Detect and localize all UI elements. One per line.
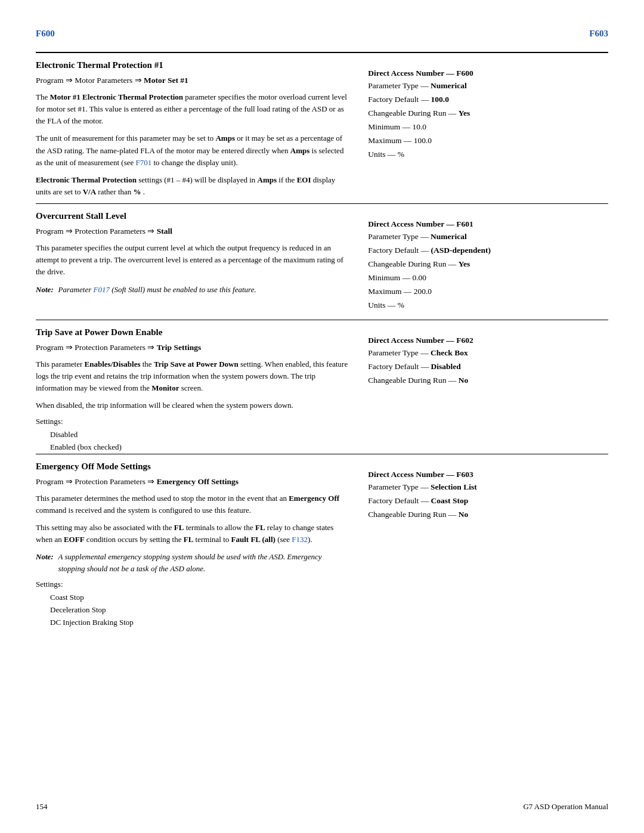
f601-note-content: Parameter F017 (Soft Stall) must be enab… bbox=[58, 284, 256, 296]
f600-program-path: Program ⇒ Motor Parameters ⇒ Motor Set #… bbox=[36, 75, 348, 85]
f600-body-3: Electronic Thermal Protection settings (… bbox=[36, 174, 348, 198]
header: F600 F603 bbox=[36, 29, 608, 41]
f603-setting-1: Coast Stop bbox=[50, 592, 348, 604]
f602-changeable: Changeable During Run — No bbox=[368, 374, 608, 388]
f601-note-label: Note: bbox=[36, 284, 54, 296]
f601-program-path: Program ⇒ Protection Parameters ⇒ Stall bbox=[36, 226, 348, 236]
f602-type: Parameter Type — Check Box bbox=[368, 346, 608, 360]
f603-setting-3: DC Injection Braking Stop bbox=[50, 617, 348, 629]
f603-right: Direct Access Number — F603 Parameter Ty… bbox=[362, 462, 608, 629]
f602-setting-2: Enabled (box checked) bbox=[50, 441, 348, 454]
f603-type: Parameter Type — Selection List bbox=[368, 481, 608, 494]
f603-settings-list: Coast Stop Deceleration Stop DC Injectio… bbox=[36, 592, 348, 628]
page: F600 F603 Electronic Thermal Protection … bbox=[0, 0, 644, 833]
f600-body-1: The Motor #1 Electronic Thermal Protecti… bbox=[36, 91, 348, 127]
f601-maximum: Maximum — 200.0 bbox=[368, 285, 608, 299]
f602-body-2: When disabled, the trip information will… bbox=[36, 400, 348, 411]
section-f600: Electronic Thermal Protection #1 Program… bbox=[36, 52, 608, 203]
f602-right: Direct Access Number — F602 Parameter Ty… bbox=[362, 327, 608, 454]
f601-note: Note: Parameter F017 (Soft Stall) must b… bbox=[36, 284, 348, 296]
f603-factory: Factory Default — Coast Stop bbox=[368, 494, 608, 508]
f602-body-1: This parameter Enables/Disables the Trip… bbox=[36, 358, 348, 394]
section-f603: Emergency Off Mode Settings Program ⇒ Pr… bbox=[36, 454, 608, 629]
f603-program-path: Program ⇒ Protection Parameters ⇒ Emerge… bbox=[36, 476, 348, 487]
f602-param: Direct Access Number — F602 Parameter Ty… bbox=[368, 329, 608, 395]
footer-page-number: 154 bbox=[36, 802, 48, 812]
header-right: F603 bbox=[589, 29, 608, 39]
f603-setting-2: Deceleration Stop bbox=[50, 604, 348, 617]
f600-body-2: The unit of measurement for this paramet… bbox=[36, 132, 348, 168]
f603-left: Emergency Off Mode Settings Program ⇒ Pr… bbox=[36, 462, 362, 629]
f602-factory: Factory Default — Disabled bbox=[368, 360, 608, 374]
f601-title: Overcurrent Stall Level bbox=[36, 211, 348, 221]
f601-factory: Factory Default — (ASD-dependent) bbox=[368, 244, 608, 258]
f600-factory: Factory Default — 100.0 bbox=[368, 93, 608, 107]
f600-title: Electronic Thermal Protection #1 bbox=[36, 60, 348, 70]
f701-link[interactable]: F701 bbox=[136, 158, 152, 167]
f600-minimum: Minimum — 10.0 bbox=[368, 120, 608, 134]
footer-manual-title: G7 ASD Operation Manual bbox=[523, 802, 608, 812]
f603-note-label: Note: bbox=[36, 551, 54, 574]
f601-changeable: Changeable During Run — Yes bbox=[368, 258, 608, 271]
section-f601: Overcurrent Stall Level Program ⇒ Protec… bbox=[36, 203, 608, 320]
f603-body-2: This setting may also be associated with… bbox=[36, 522, 348, 546]
f600-direct-access: Direct Access Number — F600 bbox=[368, 69, 608, 78]
f601-body-1: This parameter specifies the output curr… bbox=[36, 242, 348, 278]
f601-direct-access: Direct Access Number — F601 bbox=[368, 219, 608, 229]
f603-direct-access: Direct Access Number — F603 bbox=[368, 470, 608, 479]
f601-left: Overcurrent Stall Level Program ⇒ Protec… bbox=[36, 211, 362, 320]
f601-right: Direct Access Number — F601 Parameter Ty… bbox=[362, 211, 608, 320]
f602-title: Trip Save at Power Down Enable bbox=[36, 327, 348, 337]
header-left: F600 bbox=[36, 29, 55, 39]
f601-param: Direct Access Number — F601 Parameter Ty… bbox=[368, 212, 608, 320]
f600-right: Direct Access Number — F600 Parameter Ty… bbox=[362, 60, 608, 203]
f603-changeable: Changeable During Run — No bbox=[368, 508, 608, 522]
section-f602: Trip Save at Power Down Enable Program ⇒… bbox=[36, 320, 608, 454]
f132-link[interactable]: F132 bbox=[292, 535, 308, 544]
f602-left: Trip Save at Power Down Enable Program ⇒… bbox=[36, 327, 362, 454]
f600-units: Units — % bbox=[368, 148, 608, 162]
f600-param: Direct Access Number — F600 Parameter Ty… bbox=[368, 61, 608, 169]
f601-units: Units — % bbox=[368, 299, 608, 312]
f602-setting-1: Disabled bbox=[50, 429, 348, 441]
f600-maximum: Maximum — 100.0 bbox=[368, 134, 608, 148]
f600-changeable: Changeable During Run — Yes bbox=[368, 107, 608, 120]
f603-note: Note: A supplemental emergency stopping … bbox=[36, 551, 348, 574]
f603-settings-label: Settings: bbox=[36, 580, 348, 589]
footer: 154 G7 ASD Operation Manual bbox=[36, 790, 608, 812]
f602-program-path: Program ⇒ Protection Parameters ⇒ Trip S… bbox=[36, 342, 348, 352]
f603-param: Direct Access Number — F603 Parameter Ty… bbox=[368, 463, 608, 529]
f601-minimum: Minimum — 0.00 bbox=[368, 271, 608, 285]
f603-body-1: This parameter determines the method use… bbox=[36, 493, 348, 516]
f600-type: Parameter Type — Numerical bbox=[368, 79, 608, 93]
f603-title: Emergency Off Mode Settings bbox=[36, 462, 348, 472]
f602-settings-label: Settings: bbox=[36, 417, 348, 426]
f603-note-content: A supplemental emergency stopping system… bbox=[58, 551, 348, 574]
f017-link[interactable]: F017 bbox=[93, 285, 109, 294]
f602-settings-list: Disabled Enabled (box checked) bbox=[36, 429, 348, 454]
f602-direct-access: Direct Access Number — F602 bbox=[368, 336, 608, 345]
f600-left: Electronic Thermal Protection #1 Program… bbox=[36, 60, 362, 203]
f601-type: Parameter Type — Numerical bbox=[368, 230, 608, 244]
